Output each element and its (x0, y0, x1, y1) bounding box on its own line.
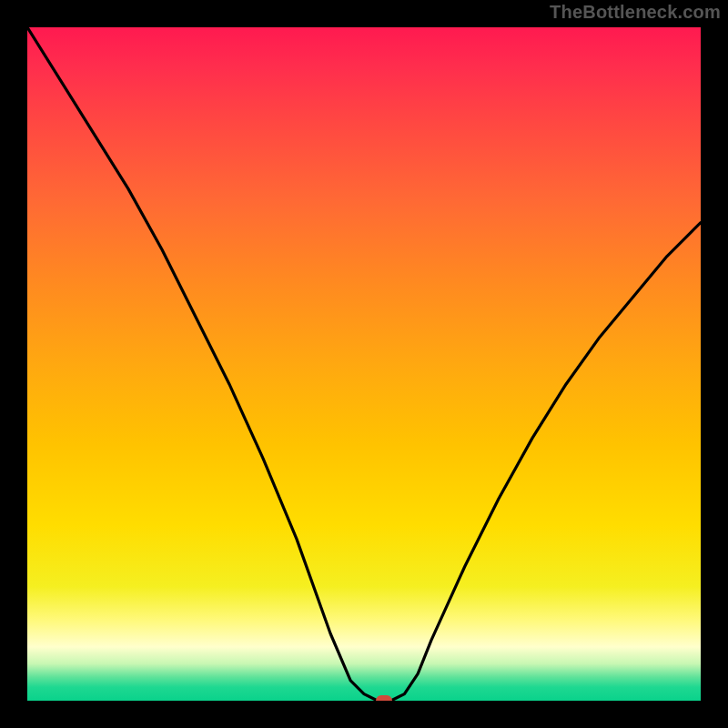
chart-frame: TheBottleneck.com (0, 0, 728, 728)
watermark-text: TheBottleneck.com (550, 2, 721, 23)
bottleneck-curve (27, 27, 701, 701)
optimal-point-marker (376, 695, 392, 701)
plot-area (27, 27, 701, 701)
curve-path (27, 27, 701, 701)
